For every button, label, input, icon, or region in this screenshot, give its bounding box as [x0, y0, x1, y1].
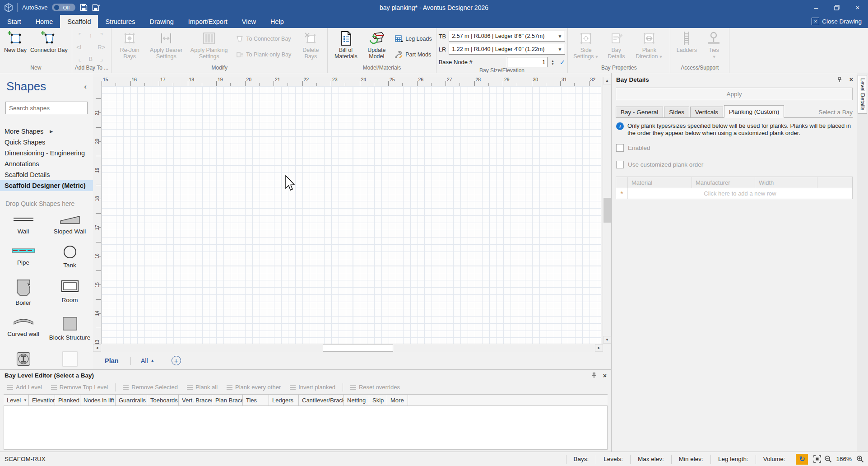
category-dimensioning[interactable]: Dimensioning - Engineering: [0, 148, 93, 158]
category-scaffold-details[interactable]: Scaffold Details: [0, 169, 93, 180]
shape-blank[interactable]: [46, 351, 93, 367]
save-icon[interactable]: [80, 4, 88, 11]
ruler-number: 20: [93, 127, 101, 156]
column-elevation[interactable]: Elevation: [29, 395, 55, 405]
tab-sides[interactable]: Sides: [664, 107, 689, 117]
shape-sloped-wall[interactable]: Sloped Wall: [46, 214, 93, 235]
connector-bay-button[interactable]: Connector Bay: [28, 29, 70, 54]
side-settings-button: Side Settings▼: [570, 29, 602, 61]
horizontal-scroll-thumb[interactable]: [323, 345, 393, 352]
search-input[interactable]: [6, 104, 90, 112]
tab-drawing[interactable]: Drawing: [143, 15, 181, 28]
column-width[interactable]: Width: [755, 177, 817, 188]
column-nodes-in-lift[interactable]: Nodes in lift: [80, 395, 116, 405]
column-toeboards[interactable]: Toeboards: [147, 395, 179, 405]
spinner-stepper[interactable]: ▲▼: [551, 59, 554, 65]
lr-select[interactable]: 1.22 m | RL040 | Ledger 4'0" (1.22m) ▼: [449, 44, 565, 55]
column-netting[interactable]: Netting: [344, 395, 369, 405]
shape-ibeam[interactable]: [0, 351, 46, 367]
horizontal-scrollbar[interactable]: ◄ ►: [93, 344, 603, 352]
vertical-scroll-thumb[interactable]: [603, 198, 611, 223]
category-more-shapes[interactable]: More Shapes▶: [0, 126, 93, 137]
add-new-row[interactable]: * Click here to add a new row: [616, 188, 852, 199]
tab-bay-general[interactable]: Bay - General: [616, 107, 663, 117]
shape-pipe[interactable]: Pipe: [0, 245, 46, 269]
ribbon-group-model-materials: Bill of Materials Update Model Leg Loads…: [328, 28, 436, 73]
scroll-right-button[interactable]: ►: [595, 344, 603, 352]
column-manufacturer[interactable]: Manufacturer: [692, 177, 755, 188]
add-sheet-button[interactable]: +: [172, 356, 181, 365]
column-vert-braces[interactable]: Vert. Braces: [179, 395, 212, 405]
shape-boiler[interactable]: Boiler: [0, 279, 46, 306]
shape-wall[interactable]: Wall: [0, 214, 46, 235]
collapse-panel-icon[interactable]: ‹: [84, 82, 87, 91]
pin-icon[interactable]: [591, 373, 597, 378]
restore-button[interactable]: [826, 0, 847, 15]
update-model-button[interactable]: Update Model: [362, 29, 391, 60]
autosave-toggle[interactable]: Off: [52, 4, 75, 11]
column-more[interactable]: More: [387, 395, 408, 405]
refresh-volume-button[interactable]: ↻: [796, 454, 808, 465]
tab-import-export[interactable]: Import/Export: [181, 15, 235, 28]
column-guardrails[interactable]: Guardrails: [116, 395, 147, 405]
drawing-canvas[interactable]: 151617181920212223242526272829303132 212…: [93, 73, 611, 369]
pin-icon[interactable]: [837, 77, 842, 83]
tab-scaffold[interactable]: Scaffold: [60, 15, 98, 28]
tab-help[interactable]: Help: [263, 15, 291, 28]
tab-view[interactable]: View: [235, 15, 263, 28]
column-planked[interactable]: Planked: [55, 395, 80, 405]
tb-select[interactable]: 2.57 m | RL086 | Ledger 8'6" (2.57m) ▼: [449, 31, 565, 42]
category-quick-shapes[interactable]: Quick Shapes: [0, 137, 93, 148]
save-as-icon[interactable]: [92, 4, 101, 11]
custom-order-checkbox[interactable]: [616, 161, 624, 168]
minimize-button[interactable]: –: [806, 0, 826, 15]
column-ties[interactable]: Ties: [243, 395, 269, 405]
part-mods-button[interactable]: Part Mods: [393, 49, 433, 60]
bay-level-table-body[interactable]: [4, 406, 608, 450]
zoom-level[interactable]: 166%: [833, 456, 854, 462]
close-button[interactable]: ×: [847, 0, 868, 15]
column-level[interactable]: Level▼: [4, 395, 29, 405]
column-ledgers[interactable]: Ledgers: [269, 395, 299, 405]
column-cantilever[interactable]: Cantilever/Brack...: [299, 395, 344, 405]
shape-curved-wall[interactable]: Curved wall: [0, 316, 46, 341]
tab-verticals[interactable]: Verticals: [690, 107, 723, 117]
sheet-tab-plan[interactable]: Plan: [93, 357, 130, 364]
shape-room[interactable]: Room: [46, 279, 93, 306]
ruler-number: 14: [93, 299, 101, 328]
zoom-out-icon[interactable]: [822, 455, 833, 463]
new-bay-button[interactable]: New Bay: [2, 29, 28, 54]
shape-tank[interactable]: Tank: [46, 245, 93, 269]
fit-to-window-icon[interactable]: [812, 455, 822, 463]
column-skip[interactable]: Skip: [369, 395, 387, 405]
close-drawing-button[interactable]: × Close Drawing: [812, 15, 868, 28]
info-text: Only plank types/sizes specified below w…: [627, 122, 851, 137]
sheet-tab-all[interactable]: All▲: [131, 357, 164, 364]
bill-of-materials-button[interactable]: Bill of Materials: [330, 29, 362, 60]
enabled-checkbox[interactable]: [616, 144, 624, 152]
zoom-in-icon[interactable]: [854, 455, 865, 463]
scroll-up-button[interactable]: ▲: [603, 77, 611, 84]
confirm-check-icon[interactable]: ✓: [560, 58, 566, 66]
close-panel-icon[interactable]: ×: [849, 76, 853, 83]
tab-start[interactable]: Start: [0, 15, 28, 28]
drawing-grid[interactable]: [102, 86, 601, 344]
category-annotations[interactable]: Annotations: [0, 158, 93, 169]
close-panel-icon[interactable]: ×: [603, 372, 607, 379]
apply-button[interactable]: Apply: [616, 88, 853, 100]
leg-loads-button[interactable]: Leg Loads: [393, 33, 433, 44]
scroll-down-button[interactable]: ▼: [603, 336, 611, 344]
shape-block-structure[interactable]: Block Structure: [46, 316, 93, 341]
tab-planking-custom[interactable]: Planking (Custom): [724, 105, 784, 118]
scroll-left-button[interactable]: ◄: [93, 344, 101, 352]
column-plan-brace[interactable]: Plan Brace: [212, 395, 243, 405]
column-material[interactable]: Material: [628, 177, 692, 188]
level-details-tab[interactable]: Level Details: [858, 75, 867, 114]
base-node-input[interactable]: 1: [507, 57, 548, 67]
room-shape-icon: [60, 279, 80, 294]
tab-home[interactable]: Home: [28, 15, 60, 28]
vertical-scrollbar[interactable]: ▲ ▼: [603, 77, 611, 344]
category-scaffold-designer-metric[interactable]: Scaffold Designer (Metric): [0, 180, 93, 191]
tab-structures[interactable]: Structures: [98, 15, 142, 28]
ruler-number: 23: [331, 77, 360, 86]
